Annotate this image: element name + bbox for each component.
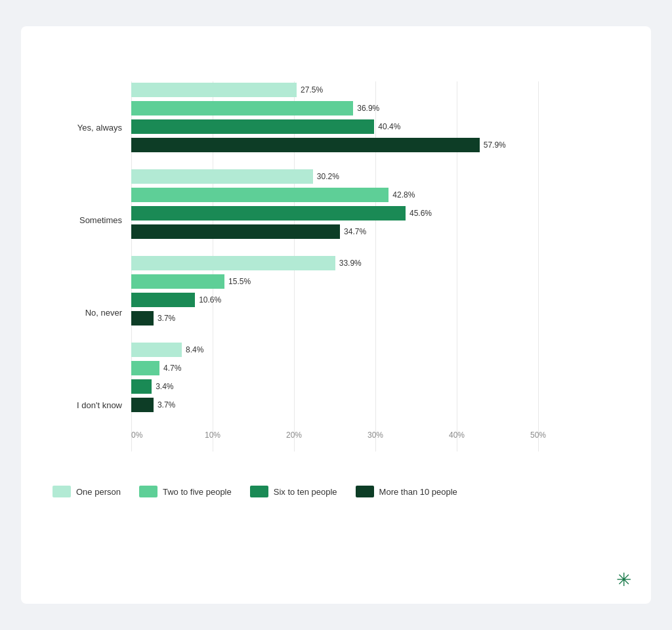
bar-row: 57.9% [131,136,620,153]
bar-row: 3.7% [131,310,620,326]
bar-value-label: 15.5% [228,277,251,286]
bar-value-label: 36.9% [357,104,379,113]
bar-value-label: 57.9% [484,140,506,150]
legend-item-one_person: One person [52,486,121,497]
x-tick-label: 30% [368,430,383,440]
bar [131,119,374,134]
bar [131,206,406,220]
bar-value-label: 3.7% [158,314,175,323]
legend-label: More than 10 people [379,487,457,497]
y-group-label: Yes, always [77,123,122,133]
bar-row: 36.9% [131,100,620,116]
chart-inner: Yes, alwaysSometimesNo, neverI don't kno… [52,81,620,467]
bar [131,361,159,375]
bars-column: 27.5%36.9%40.4%57.9%30.2%42.8%45.6%34.7%… [131,81,620,467]
legend: One personTwo to five peopleSix to ten p… [52,486,620,497]
y-group-label: No, never [85,308,122,318]
bar-value-label: 8.4% [186,345,203,354]
y-label-0: Yes, always [52,81,131,174]
splat-icon: ✳ [616,569,631,591]
bar-row: 27.5% [131,81,620,98]
legend-swatch [52,486,71,497]
bar [131,274,224,289]
legend-swatch [250,486,268,497]
x-tick-label: 40% [449,430,465,440]
x-tick-label: 0% [131,430,142,440]
bar-row: 3.7% [131,396,620,413]
bar-value-label: 27.5% [301,85,323,94]
legend-label: Six to ten people [274,487,337,497]
x-axis-wrapper: 0%10%20%30%40%50% [131,428,620,444]
bar [131,343,182,357]
bar [131,83,297,97]
x-tick-label: 20% [286,430,302,440]
y-label-2: No, never [52,266,131,359]
x-tick-label: 50% [530,430,546,440]
legend-item-two_to_five: Two to five people [139,486,232,497]
bar-value-label: 42.8% [392,190,415,200]
bar-row: 42.8% [131,186,620,203]
legend-label: One person [76,487,121,497]
y-axis-labels: Yes, alwaysSometimesNo, neverI don't kno… [52,81,131,467]
y-label-1: Sometimes [52,174,131,266]
bar-row: 33.9% [131,255,620,271]
bar [131,311,154,326]
y-group-label: Sometimes [79,215,122,226]
chart-area: Yes, alwaysSometimesNo, neverI don't kno… [52,81,620,467]
bar-group-2: 33.9%15.5%10.6%3.7% [131,255,620,328]
bar [131,293,195,307]
bar-row: 8.4% [131,341,620,358]
bar [131,256,335,270]
x-tick-label: 10% [205,430,220,440]
bar [131,169,313,184]
bar-row: 45.6% [131,205,620,221]
chart-container: Yes, alwaysSometimesNo, neverI don't kno… [21,26,651,604]
bar-value-label: 34.7% [344,227,366,236]
y-group-label: I don't know [77,400,122,411]
bar [131,398,154,412]
bar-row: 30.2% [131,168,620,184]
bar-group-1: 30.2%42.8%45.6%34.7% [131,168,620,242]
bar [131,188,388,202]
bar-row: 4.7% [131,360,620,376]
bar-value-label: 10.6% [199,295,221,304]
bar [131,138,480,152]
legend-item-six_to_ten: Six to ten people [250,486,337,497]
bar-value-label: 45.6% [410,209,432,218]
bar-row: 34.7% [131,223,620,240]
legend-swatch [356,486,374,497]
bar [131,101,353,116]
bar-value-label: 4.7% [163,364,181,373]
bar-row: 40.4% [131,118,620,135]
bar [131,379,152,394]
legend-swatch [139,486,158,497]
bar-value-label: 30.2% [317,172,339,181]
bar-group-0: 27.5%36.9%40.4%57.9% [131,81,620,155]
bar-row: 10.6% [131,291,620,308]
bar-value-label: 40.4% [378,122,400,131]
y-label-3: I don't know [52,359,131,452]
legend-label: Two to five people [163,487,232,497]
bar [131,224,340,239]
bar-value-label: 33.9% [339,259,362,268]
bar-row: 3.4% [131,378,620,394]
legend-item-more_than_10: More than 10 people [356,486,457,497]
bar-value-label: 3.4% [156,382,173,391]
bar-row: 15.5% [131,273,620,289]
bar-group-3: 8.4%4.7%3.4%3.7% [131,341,620,415]
bar-value-label: 3.7% [158,400,175,410]
